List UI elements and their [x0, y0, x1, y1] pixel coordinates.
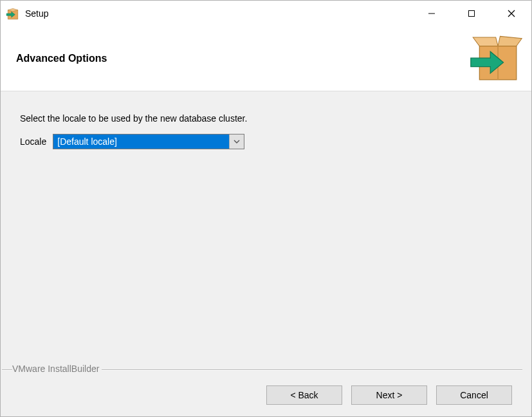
svg-marker-9	[498, 36, 522, 46]
svg-marker-8	[473, 37, 498, 46]
legend-line: VMware InstallBuilder	[2, 365, 522, 374]
locale-label: Locale	[20, 136, 46, 147]
titlebar: Setup	[1, 1, 531, 26]
setup-window: Setup Advanced Options	[0, 0, 532, 417]
maximize-button[interactable]	[452, 1, 491, 26]
svg-rect-4	[469, 11, 475, 17]
minimize-button[interactable]	[412, 1, 452, 26]
window-controls	[412, 1, 531, 26]
builder-legend: VMware InstallBuilder	[12, 364, 102, 374]
footer-area: VMware InstallBuilder < Back Next > Canc…	[20, 365, 512, 416]
window-title: Setup	[25, 8, 49, 19]
locale-value: [Default locale]	[53, 134, 229, 149]
content-area: Select the locale to be used by the new …	[1, 91, 531, 416]
next-button[interactable]: Next >	[351, 385, 427, 405]
instruction-text: Select the locale to be used by the new …	[20, 113, 512, 124]
close-button[interactable]	[491, 1, 531, 26]
wizard-buttons: < Back Next > Cancel	[20, 383, 512, 416]
locale-combobox[interactable]: [Default locale]	[53, 134, 244, 149]
back-button[interactable]: < Back	[266, 385, 342, 405]
box-arrow-large-icon	[467, 34, 522, 83]
page-title: Advanced Options	[16, 53, 467, 64]
header-band: Advanced Options	[1, 26, 531, 91]
locale-row: Locale [Default locale]	[20, 134, 512, 149]
cancel-button[interactable]: Cancel	[436, 385, 512, 405]
chevron-down-icon[interactable]	[229, 134, 244, 149]
box-arrow-icon	[6, 6, 20, 21]
